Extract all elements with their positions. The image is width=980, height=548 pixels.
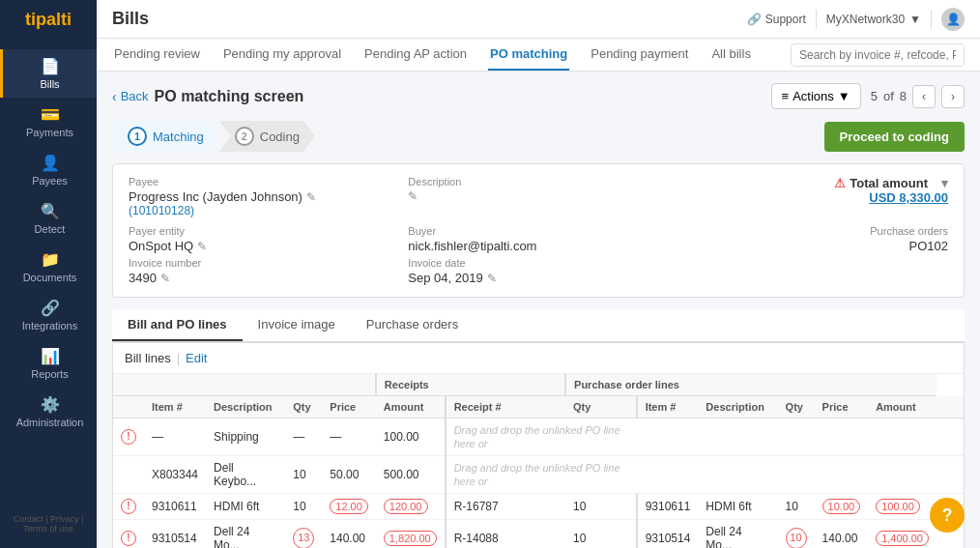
sidebar-item-label: Documents [23,272,77,283]
edit-date-icon[interactable]: ✎ [487,272,497,285]
invoice-date-value: Sep 04, 2019 [408,271,482,285]
bill-lines-section-header [113,374,376,396]
integrations-icon: 🔗 [41,299,60,317]
po-item: 9310514 [637,520,699,549]
documents-icon: 📁 [41,250,60,269]
receipt-num: R-14088 [446,520,565,549]
sidebar-item-label: Reports [31,368,69,380]
back-button[interactable]: ‹ Back [112,89,149,104]
proceed-button[interactable]: Proceed to coding [824,122,965,152]
tab-po-matching[interactable]: PO matching [488,39,569,71]
topbar: Bills 🔗 Support MyXNetwork30 ▼ 👤 [97,0,980,39]
edit-link[interactable]: Edit [186,351,207,365]
chevron-down-icon: ▼ [909,13,921,26]
pagination-of: of [883,89,894,103]
actions-chevron-icon: ▼ [838,89,850,103]
step1-label: Matching [153,130,204,144]
amount-circled: 1,820.00 [384,531,437,546]
description-label: Description [408,176,668,187]
sidebar-bottom: Contact | Privacy | Terms of use [0,509,97,548]
app-logo: tipalti [25,10,72,30]
warning-icon: ⚠ [834,176,846,190]
bill-po-section: Bill and PO lines Invoice image Purchase… [112,309,965,548]
po-item: 9310611 [637,494,699,520]
sidebar: tipalti 📄 Bills 💳 Payments 👤 Payees 🔍 De… [0,0,97,548]
po-amount-circled: 1,400.00 [876,531,929,546]
sidebar-item-payees[interactable]: 👤 Payees [0,146,97,194]
data-table: Receipts Purchase order lines Item # Des… [113,374,964,548]
subtab-invoice-image[interactable]: Invoice image [243,309,351,341]
bill-lines-header: Bill lines | Edit [113,343,964,374]
pagination-current: 5 [871,89,878,103]
item-price: 50.00 [322,456,376,494]
detect-icon: 🔍 [41,202,60,220]
support-link[interactable]: 🔗 Support [747,13,806,26]
invoice-number-label: Invoice number [129,257,389,269]
avatar[interactable]: 👤 [941,8,965,31]
step-matching[interactable]: 1 Matching [112,121,219,152]
subtab-purchase-orders[interactable]: Purchase orders [351,309,474,341]
sidebar-item-payments[interactable]: 💳 Payments [0,98,97,146]
actions-button[interactable]: ≡ Actions ▼ [771,83,861,109]
subtab-bill-po-lines[interactable]: Bill and PO lines [112,309,243,341]
edit-payee-icon[interactable]: ✎ [306,190,316,204]
amount-circled: 120.00 [384,499,428,514]
content-area: ‹ Back PO matching screen ≡ Actions ▼ 5 … [97,72,980,548]
help-button[interactable]: ? [930,498,965,533]
drag-hint2: Drag and drop the unlinked PO line here … [446,456,637,494]
hamburger-icon: ≡ [782,89,790,103]
item-amount: 100.00 [376,418,446,456]
table-row: X803344 Dell Keybo... 10 50.00 500.00 Dr… [113,456,964,494]
col-po-qty: Qty [778,396,815,418]
back-arrow-icon: ‹ [112,89,117,104]
col-action [937,396,964,418]
user-menu[interactable]: MyXNetwork30 ▼ [826,13,921,26]
edit-entity-icon[interactable]: ✎ [197,240,207,253]
pagination-total: 8 [900,89,907,103]
col-receipt-qty: Qty [565,396,637,418]
bill-lines-label: Bill lines [125,351,171,365]
pagination-prev[interactable]: ‹ [912,85,936,108]
search-input[interactable] [791,43,965,67]
payer-entity-field: Payer entity OnSpot HQ ✎ [129,225,389,253]
pagination: 5 of 8 ‹ › [871,85,965,108]
item-price: 140.00 [322,520,376,549]
edit-description-icon[interactable]: ✎ [408,189,418,203]
collapse-icon[interactable]: ▾ [941,176,948,190]
username-label: MyXNetwork30 [826,13,905,26]
col-price: Price [322,396,376,418]
po-qty: 10 [778,494,815,520]
step-coding[interactable]: 2 Coding [219,121,315,152]
total-amount-field: ⚠ Total amount ▾ USD 8,330.00 [688,176,948,205]
sidebar-item-bills[interactable]: 📄 Bills [0,49,97,98]
invoice-number-value: 3490 [129,271,157,285]
tab-pending-my-approval[interactable]: Pending my approval [221,39,343,71]
tab-all-bills[interactable]: All bills [709,39,752,71]
sidebar-item-administration[interactable]: ⚙️ Administration [0,388,97,436]
tab-pending-review[interactable]: Pending review [112,39,202,71]
item-num: 9310611 [144,494,206,520]
table-section: Bill lines | Edit Receipts Purchase orde… [112,342,965,548]
item-num: X803344 [144,456,206,494]
total-amount-value: USD 8,330.00 [869,190,948,205]
sidebar-item-integrations[interactable]: 🔗 Integrations [0,291,97,339]
pagination-next[interactable]: › [941,85,965,108]
payer-entity-label: Payer entity [129,225,389,237]
sidebar-item-detect[interactable]: 🔍 Detect [0,194,97,243]
sidebar-item-reports[interactable]: 📊 Reports [0,339,97,388]
price-circled: 12.00 [330,499,368,514]
col-po-amount: Amount [868,396,937,418]
tab-pending-ap-action[interactable]: Pending AP action [362,39,469,71]
payments-icon: 💳 [41,105,60,124]
payee-value: Progress Inc (Jayden Johnson) ✎ [129,189,389,204]
total-amount-label: Total amount [850,176,928,190]
tab-pending-payment[interactable]: Pending payment [589,39,690,71]
sidebar-item-label: Bills [40,78,59,90]
sidebar-item-documents[interactable]: 📁 Documents [0,243,97,291]
nav-right: ≡ Actions ▼ 5 of 8 ‹ › [771,83,965,109]
po-amount-circled: 100.00 [876,499,920,514]
edit-invoice-icon[interactable]: ✎ [160,272,170,285]
sidebar-item-label: Administration [16,417,84,428]
table-row: ! — Shipping — — 100.00 Drag and drop th… [113,418,964,456]
sidebar-footer: Contact | Privacy | Terms of use [0,509,97,538]
